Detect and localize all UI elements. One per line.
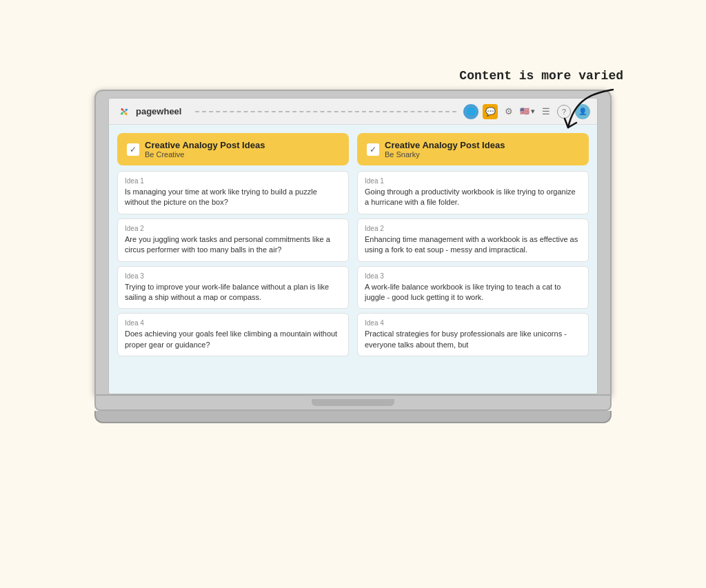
snarky-idea-4-label: Idea 4 bbox=[365, 319, 581, 327]
creative-idea-4: Idea 4 Does achieving your goals feel li… bbox=[117, 313, 349, 356]
snarky-idea-1-label: Idea 1 bbox=[365, 177, 581, 185]
laptop-shell: pagewheel 🌐 💬 ⚙ 🇺🇸 ▾ ☰ ? bbox=[94, 90, 612, 423]
laptop-notch bbox=[312, 399, 394, 406]
snarky-cards-wrapper: Idea 1 Going through a productivity work… bbox=[357, 171, 589, 356]
snarky-idea-3-text: A work-life balance workbook is like try… bbox=[365, 282, 581, 303]
creative-header-text: Creative Analogy Post Ideas Be Creative bbox=[145, 140, 265, 159]
creative-idea-2-text: Are you juggling work tasks and personal… bbox=[125, 234, 341, 256]
laptop-base bbox=[94, 396, 612, 411]
snarky-checkbox[interactable]: ✓ bbox=[367, 143, 379, 156]
snarky-idea-4-text: Practical strategies for busy profession… bbox=[365, 329, 581, 350]
creative-idea-4-text: Does achieving your goals feel like clim… bbox=[125, 329, 341, 350]
creative-idea-2-label: Idea 2 bbox=[125, 225, 341, 232]
brand-name: pagewheel bbox=[136, 106, 181, 116]
creative-title: Creative Analogy Post Ideas bbox=[145, 140, 265, 150]
snarky-idea-4: Idea 4 Practical strategies for busy pro… bbox=[357, 313, 589, 356]
snarky-idea-2: Idea 2 Enhancing time management with a … bbox=[357, 219, 589, 262]
annotation-area: Content is more varied bbox=[459, 69, 623, 138]
creative-idea-1-text: Is managing your time at work like tryin… bbox=[125, 187, 341, 208]
snarky-title: Creative Analogy Post Ideas bbox=[385, 140, 505, 150]
snarky-idea-1: Idea 1 Going through a productivity work… bbox=[357, 171, 589, 214]
snarky-idea-2-label: Idea 2 bbox=[365, 225, 581, 232]
laptop-stand-wrapper bbox=[94, 411, 612, 423]
creative-idea-2: Idea 2 Are you juggling work tasks and p… bbox=[117, 219, 349, 262]
annotation-text: Content is more varied bbox=[459, 69, 623, 83]
snarky-idea-3-label: Idea 3 bbox=[365, 272, 581, 280]
creative-cards-wrapper: Idea 1 Is managing your time at work lik… bbox=[117, 171, 349, 356]
pinwheel-icon bbox=[116, 103, 132, 120]
snarky-idea-2-text: Enhancing time management with a workboo… bbox=[365, 234, 581, 256]
creative-idea-1-label: Idea 1 bbox=[125, 177, 341, 185]
snarky-subtitle: Be Snarky bbox=[385, 150, 505, 159]
annotation-arrow bbox=[554, 83, 623, 138]
snarky-column-header: ✓ Creative Analogy Post Ideas Be Snarky bbox=[357, 133, 589, 165]
snarky-idea-3: Idea 3 A work-life balance workbook is l… bbox=[357, 266, 589, 310]
laptop-stand bbox=[94, 411, 612, 423]
creative-column: ✓ Creative Analogy Post Ideas Be Creativ… bbox=[117, 133, 349, 387]
browser-logo: pagewheel bbox=[116, 103, 181, 120]
browser-content: ✓ Creative Analogy Post Ideas Be Creativ… bbox=[109, 125, 597, 394]
creative-idea-4-label: Idea 4 bbox=[125, 319, 341, 327]
creative-idea-3-text: Trying to improve your work-life balance… bbox=[125, 282, 341, 303]
creative-checkbox[interactable]: ✓ bbox=[127, 143, 139, 156]
snarky-column: ✓ Creative Analogy Post Ideas Be Snarky … bbox=[357, 133, 589, 387]
browser-address-bar bbox=[195, 111, 456, 112]
creative-idea-3: Idea 3 Trying to improve your work-life … bbox=[117, 266, 349, 310]
page-wrapper: Content is more varied bbox=[0, 0, 706, 588]
svg-point-0 bbox=[123, 110, 125, 112]
creative-subtitle: Be Creative bbox=[145, 150, 265, 159]
laptop-screen: pagewheel 🌐 💬 ⚙ 🇺🇸 ▾ ☰ ? bbox=[108, 98, 598, 394]
snarky-idea-1-text: Going through a productivity workbook is… bbox=[365, 187, 581, 208]
snarky-header-text: Creative Analogy Post Ideas Be Snarky bbox=[385, 140, 505, 159]
creative-column-header: ✓ Creative Analogy Post Ideas Be Creativ… bbox=[117, 133, 349, 165]
creative-idea-1: Idea 1 Is managing your time at work lik… bbox=[117, 171, 349, 214]
creative-idea-3-label: Idea 3 bbox=[125, 272, 341, 280]
